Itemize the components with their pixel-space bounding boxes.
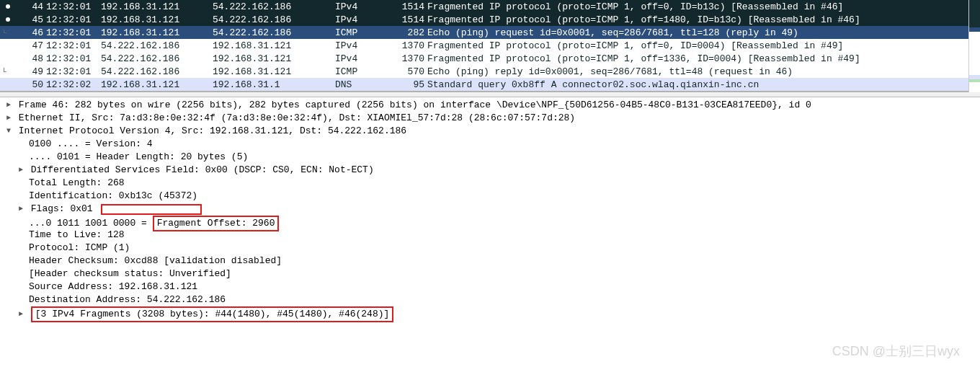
packet-length: 1370 (393, 52, 426, 65)
packet-length: 282 (393, 26, 426, 39)
packet-time: 12:32:01 (45, 52, 99, 65)
packet-info: Fragmented IP protocol (proto=ICMP 1, of… (426, 39, 980, 52)
packet-table[interactable]: 4412:32:01192.168.31.12154.222.162.186IP… (0, 0, 980, 91)
packet-info: Echo (ping) reply id=0x0001, seq=286/768… (426, 65, 980, 78)
ethernet-summary: Ethernet II, Src: 7a:d3:8e:0e:32:4f (7a:… (19, 112, 575, 123)
packet-no: 48 (16, 52, 45, 65)
ip-dsfield[interactable]: ► Differentiated Services Field: 0x00 (D… (0, 164, 980, 177)
row-marker: └ (0, 65, 16, 78)
packet-time: 12:32:02 (45, 78, 99, 91)
packet-source: 192.168.31.121 (99, 78, 211, 91)
row-marker: └ (0, 26, 16, 39)
packet-source: 54.222.162.186 (99, 52, 211, 65)
packet-protocol: ICMP (334, 65, 393, 78)
packet-destination: 54.222.162.186 (211, 26, 334, 39)
highlight-box-fragment-offset: Fragment Offset: 2960 (153, 216, 280, 231)
chevron-down-icon[interactable]: ▼ (4, 125, 13, 138)
packet-info: Echo (ping) request id=0x0001, seq=286/7… (426, 26, 980, 39)
packet-destination: 192.168.31.121 (211, 39, 334, 52)
packet-destination: 192.168.31.121 (211, 52, 334, 65)
packet-time: 12:32:01 (45, 65, 99, 78)
chevron-right-icon[interactable]: ► (4, 112, 13, 125)
chevron-right-icon[interactable]: ► (17, 308, 25, 321)
packet-row[interactable]: 4712:32:0154.222.162.186192.168.31.121IP… (0, 39, 980, 52)
packet-info: Fragmented IP protocol (proto=ICMP 1, of… (426, 13, 980, 26)
packet-source: 54.222.162.186 (99, 65, 211, 78)
packet-source: 192.168.31.121 (99, 0, 211, 13)
packet-protocol: IPv4 (334, 13, 393, 26)
packet-row[interactable]: 4412:32:01192.168.31.12154.222.162.186IP… (0, 0, 980, 13)
ip-fragment-offset[interactable]: ...0 1011 1001 0000 = Fragment Offset: 2… (0, 216, 980, 229)
packet-destination: 192.168.31.1 (211, 78, 334, 91)
packet-source: 192.168.31.121 (99, 13, 211, 26)
ip-src-address[interactable]: Source Address: 192.168.31.121 (0, 280, 980, 293)
packet-no: 45 (16, 13, 45, 26)
chevron-right-icon[interactable]: ► (4, 99, 13, 112)
packet-time: 12:32:01 (45, 0, 99, 13)
packet-info: Standard query 0xb8ff A connector02.soc.… (426, 78, 980, 91)
chevron-right-icon[interactable]: ► (17, 164, 25, 177)
ip-total-length[interactable]: Total Length: 268 (0, 177, 980, 190)
packet-source: 54.222.162.186 (99, 39, 211, 52)
packet-destination: 192.168.31.121 (211, 65, 334, 78)
packet-length: 95 (393, 78, 426, 91)
frame-summary: Frame 46: 282 bytes on wire (2256 bits),… (19, 100, 811, 110)
pane-divider[interactable] (0, 92, 980, 97)
minimap-scrollbar[interactable] (968, 0, 980, 92)
packet-row[interactable]: 5012:32:02192.168.31.121192.168.31.1DNS9… (0, 78, 980, 91)
tree-ipv4[interactable]: ▼ Internet Protocol Version 4, Src: 192.… (0, 125, 980, 138)
ip-header-length[interactable]: .... 0101 = Header Length: 20 bytes (5) (0, 151, 980, 164)
packet-source: 192.168.31.121 (99, 26, 211, 39)
packet-length: 1514 (393, 13, 426, 26)
packet-destination: 54.222.162.186 (211, 13, 334, 26)
packet-details-panel[interactable]: ► Frame 46: 282 bytes on wire (2256 bits… (0, 97, 980, 322)
ip-version[interactable]: 0100 .... = Version: 4 (0, 138, 980, 151)
packet-no: 47 (16, 39, 45, 52)
packet-no: 44 (16, 0, 45, 13)
packet-destination: 54.222.162.186 (211, 0, 334, 13)
row-marker (0, 39, 16, 52)
packet-length: 1370 (393, 39, 426, 52)
ip-protocol[interactable]: Protocol: ICMP (1) (0, 242, 980, 255)
packet-no: 46 (16, 26, 45, 39)
tree-ethernet[interactable]: ► Ethernet II, Src: 7a:d3:8e:0e:32:4f (7… (0, 112, 980, 125)
highlight-box-flags (101, 204, 202, 215)
packet-protocol: IPv4 (334, 39, 393, 52)
packet-row[interactable]: 4812:32:0154.222.162.186192.168.31.121IP… (0, 52, 980, 65)
ip-identification[interactable]: Identification: 0xb13c (45372) (0, 190, 980, 203)
packet-row[interactable]: └4912:32:0154.222.162.186192.168.31.121I… (0, 65, 980, 78)
packet-row[interactable]: 4512:32:01192.168.31.12154.222.162.186IP… (0, 13, 980, 26)
chevron-right-icon[interactable]: ► (17, 203, 25, 216)
packet-time: 12:32:01 (45, 13, 99, 26)
row-marker (0, 78, 16, 91)
packet-protocol: IPv4 (334, 0, 393, 13)
ip-flags[interactable]: ► Flags: 0x01 (0, 203, 980, 216)
ip-dst-address[interactable]: Destination Address: 54.222.162.186 (0, 293, 980, 306)
packet-protocol: IPv4 (334, 52, 393, 65)
packet-protocol: ICMP (334, 26, 393, 39)
ip-checksum-status[interactable]: [Header checksum status: Unverified] (0, 267, 980, 280)
packet-time: 12:32:01 (45, 39, 99, 52)
ip-fragments-summary[interactable]: ► [3 IPv4 Fragments (3208 bytes): #44(14… (0, 306, 980, 319)
packet-no: 49 (16, 65, 45, 78)
watermark: CSDN @士别三日wyx (832, 342, 960, 360)
row-marker (0, 52, 16, 65)
row-marker (0, 0, 16, 13)
ipv4-summary: Internet Protocol Version 4, Src: 192.16… (19, 125, 406, 136)
tree-frame[interactable]: ► Frame 46: 282 bytes on wire (2256 bits… (0, 99, 980, 112)
ip-ttl[interactable]: Time to Live: 128 (0, 229, 980, 242)
packet-row[interactable]: └4612:32:01192.168.31.12154.222.162.186I… (0, 26, 980, 39)
highlight-box-fragments: [3 IPv4 Fragments (3208 bytes): #44(1480… (31, 306, 393, 322)
packet-info: Fragmented IP protocol (proto=ICMP 1, of… (426, 52, 980, 65)
packet-protocol: DNS (334, 78, 393, 91)
packet-length: 1514 (393, 0, 426, 13)
row-marker (0, 13, 16, 26)
ip-checksum[interactable]: Header Checksum: 0xcd88 [validation disa… (0, 255, 980, 267)
packet-no: 50 (16, 78, 45, 91)
packet-info: Fragmented IP protocol (proto=ICMP 1, of… (426, 0, 980, 13)
packet-list-panel: 4412:32:01192.168.31.12154.222.162.186IP… (0, 0, 980, 92)
packet-time: 12:32:01 (45, 26, 99, 39)
packet-length: 570 (393, 65, 426, 78)
